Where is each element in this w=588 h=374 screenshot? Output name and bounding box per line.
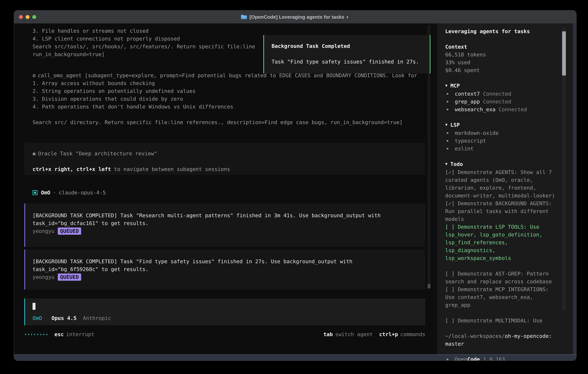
task-line: [BACKGROUND TASK COMPLETED] Task "Resear… <box>32 212 420 219</box>
main-scrollbar-thumb[interactable] <box>428 284 430 288</box>
background-task-message: [BACKGROUND TASK COMPLETED] Task "Resear… <box>24 204 425 247</box>
status-dot-icon <box>447 359 448 360</box>
gear-icon: ⚙ <box>32 73 36 78</box>
notification-body: Task "Find type safety issues" finished … <box>272 58 424 66</box>
scrollback-line: 4. LSP client connections not properly d… <box>32 35 255 43</box>
lsp-heading: LSP <box>451 122 460 128</box>
tool-call-item: 1. Array access without bounds checking <box>32 79 417 87</box>
notification-title: Background Task Completed <box>272 42 424 50</box>
agent-name: OmO <box>41 189 50 197</box>
half-moon-icon: ◐ <box>346 13 349 21</box>
oracle-task-label: Oracle Task "Deep architecture review" <box>38 151 157 156</box>
task-line: task_id="bg_dcfac161" to get results. <box>32 219 420 227</box>
status-badge: QUEUED <box>58 273 81 281</box>
tool-call-item: 4. Path operations that don't handle Win… <box>32 103 417 111</box>
sidebar-scrollbar[interactable] <box>562 28 566 310</box>
app-name-bold: Code <box>467 356 480 361</box>
oracle-session-icon: ◉ <box>32 151 36 156</box>
agent-square-icon <box>32 190 37 195</box>
oracle-task-box: ◉Oracle Task "Deep architecture review" … <box>24 143 425 175</box>
lsp-name: markdown-oxide <box>455 130 499 136</box>
sidebar-scrollbar-thumb[interactable] <box>562 31 566 75</box>
minimize-button-icon[interactable] <box>26 15 30 19</box>
status-dot-icon <box>447 132 448 134</box>
lsp-item: typescript <box>445 137 560 145</box>
tool-call-tail: Search src/ directory. Return specific f… <box>32 118 417 126</box>
zoom-button-icon[interactable] <box>32 15 36 19</box>
context-section: Context 66,518 tokens 33% used $0.46 spe… <box>445 43 560 74</box>
scrollback-line: Search src/tools/, src/hooks/, src/featu… <box>32 43 255 51</box>
context-spent: $0.46 spent <box>445 66 560 74</box>
mcp-item: grep_appConnected <box>445 98 560 105</box>
todo-item-pending: [ ] Demonstrate AST-GREP: Pattern search… <box>445 270 560 285</box>
status-badge: QUEUED <box>58 228 81 235</box>
scrollback-line: 3. File handles or streams not closed <box>32 27 255 35</box>
input-agent-name: OmO <box>32 315 42 321</box>
text-cursor <box>32 303 35 310</box>
mcp-item: context7Connected <box>445 90 560 98</box>
input-model-name: Opus 4.5 <box>52 315 76 321</box>
workspace-repo: oh-my-opencode: <box>505 333 552 339</box>
app-window: [OpenCode] Leveraging agents for tasks ◐… <box>14 10 577 361</box>
keybind-hint-label: to navigate between subagent sessions <box>111 166 230 172</box>
title-bar: [OpenCode] Leveraging agents for tasks ◐ <box>14 10 576 23</box>
task-line: task_id="bg_6f59260c" to get results. <box>32 265 420 273</box>
collapse-arrow-icon[interactable]: ▼ <box>445 121 448 129</box>
scrollback-line: run_in_background=true] <box>32 51 255 58</box>
commands-key-hint: ctrl+p <box>379 331 398 337</box>
mcp-status: Connected <box>483 99 511 104</box>
workspace-section: ~/local-workspaces/oh-my-opencode: maste… <box>445 332 560 348</box>
todo-item-done: [✓] Demonstrate AGENTS: Show all 7 curat… <box>445 168 560 200</box>
context-used: 33% used <box>445 59 560 66</box>
agent-model: claude-opus-4-5 <box>59 189 106 197</box>
window-right-edge <box>573 23 576 354</box>
folder-icon <box>241 15 247 19</box>
context-heading: Context <box>445 43 560 51</box>
close-button-icon[interactable] <box>19 15 23 19</box>
mcp-section: ▼MCP context7Connected grep_appConnected… <box>445 82 560 113</box>
spinner-icon <box>25 334 47 335</box>
task-user: yeongyu <box>32 273 54 281</box>
workspace-branch: master <box>445 340 560 348</box>
todo-item-done: [✓] Demonstrate BACKGROUND AGENTS: Run p… <box>445 200 560 223</box>
context-tokens: 66,518 tokens <box>445 51 560 59</box>
commands-key-label: commands <box>400 331 425 337</box>
mcp-name: grep_app <box>455 99 480 104</box>
lsp-item: markdown-oxide <box>445 129 560 137</box>
task-line: [BACKGROUND TASK COMPLETED] Task "Find t… <box>32 258 420 265</box>
app-name-prefix: Open <box>455 356 467 361</box>
mcp-status: Connected <box>483 91 511 97</box>
status-dot-icon <box>447 101 448 103</box>
terminal-main-pane: 3. File handles or streams not closed 4.… <box>14 23 437 354</box>
lsp-name: typescript <box>455 138 486 144</box>
session-title: Leveraging agents for tasks <box>445 28 560 35</box>
tool-call-item: 3. Division operations that could divide… <box>32 95 417 103</box>
lsp-name: eslint <box>455 146 473 152</box>
prompt-input[interactable]: OmO Opus 4.5 Anthropic <box>24 299 425 325</box>
background-task-message: [BACKGROUND TASK COMPLETED] Task "Find t… <box>24 249 425 290</box>
task-user: yeongyu <box>32 227 54 235</box>
status-dot-icon <box>447 148 448 150</box>
app-version: 1.0.163 <box>483 356 505 361</box>
tab-key-label: switch agent <box>335 331 373 337</box>
collapse-arrow-icon[interactable]: ▼ <box>445 82 448 89</box>
collapse-arrow-icon[interactable]: ▼ <box>445 160 448 168</box>
status-dot-icon <box>447 140 448 142</box>
traffic-lights <box>19 15 36 19</box>
mcp-name: context7 <box>455 91 480 97</box>
tool-call-item: 2. String operations on potentially unde… <box>32 87 417 95</box>
tool-call-block: ⚙call_omo_agent [subagent_type=explore, … <box>32 72 417 126</box>
keybind-hint: ctrl+x right, ctrl+x left <box>32 166 111 172</box>
scrollback-intro: 3. File handles or streams not closed 4.… <box>32 27 255 58</box>
tab-key-hint: tab <box>323 331 333 337</box>
mcp-heading: MCP <box>451 83 460 89</box>
version-row: OpenCode1.0.163 <box>445 355 560 361</box>
sidebar: Leveraging agents for tasks Context 66,5… <box>437 23 576 354</box>
lsp-item: eslint <box>445 145 560 153</box>
workspace-path-prefix: ~/local-workspaces/ <box>445 333 505 339</box>
todo-section: ▼Todo [✓] Demonstrate AGENTS: Show all 7… <box>445 160 560 324</box>
agent-header: OmO · claude-opus-4-5 <box>32 189 106 197</box>
esc-key-hint: esc <box>54 331 64 338</box>
lsp-section: ▼LSP markdown-oxide typescript eslint <box>445 121 560 153</box>
mcp-name: websearch_exa <box>455 106 495 112</box>
